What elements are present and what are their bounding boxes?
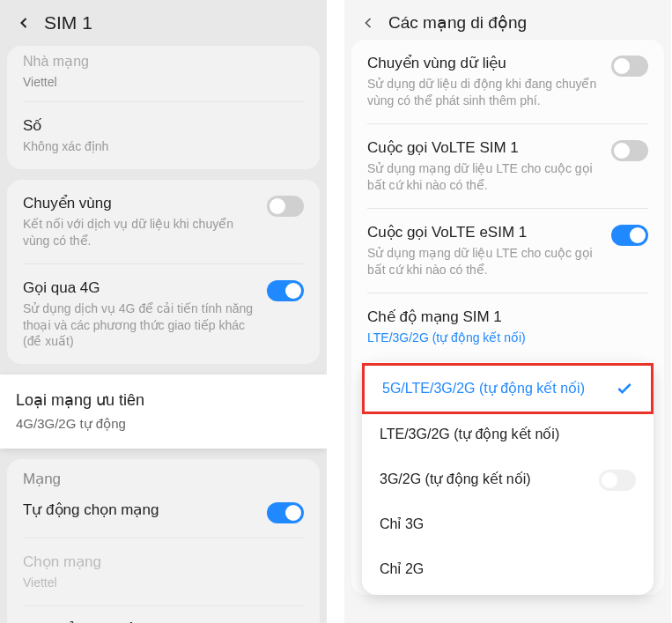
select-network-title: Chọn mạng	[23, 553, 293, 572]
phone-left-screen: SIM 1 Nhà mạng Viettel Số Không xác định…	[0, 0, 327, 623]
network-mode-title: Chế độ mạng SIM 1	[367, 308, 638, 327]
phone-right-screen: Các mạng di động Chuyển vùng dữ liệu Sử …	[344, 0, 671, 623]
header-left: SIM 1	[0, 0, 327, 46]
section-connectivity: Chuyển vùng Kết nối với dịch vụ dữ liệu …	[7, 180, 320, 365]
back-button[interactable]	[14, 13, 33, 33]
volte-esim1-subtitle: Sử dụng mạng dữ liệu LTE cho cuộc gọi bấ…	[367, 245, 601, 278]
dropdown-option-5g[interactable]: 5G/LTE/3G/2G (tự động kết nối)	[362, 363, 654, 414]
data-roaming-title: Chuyển vùng dữ liệu	[367, 54, 601, 73]
preferred-title: Loại mạng ưu tiên	[16, 390, 311, 411]
network-section-label: Mạng	[7, 459, 320, 492]
volte-esim1-title: Cuộc gọi VoLTE eSIM 1	[367, 223, 601, 242]
carrier-row[interactable]: Nhà mạng Viettel	[7, 48, 320, 101]
roaming-title: Chuyển vùng	[23, 194, 256, 213]
network-mode-subtitle: LTE/3G/2G (tự động kết nối)	[367, 330, 638, 346]
dropdown-option-3g[interactable]: Chỉ 3G	[362, 501, 654, 546]
data-roaming-subtitle: Sử dụng dữ liệu di động khi đang chuyển …	[367, 76, 601, 109]
call4g-subtitle: Sử dụng dịch vụ 4G để cải tiến tính năng…	[23, 300, 256, 351]
header-title: Các mạng di động	[388, 12, 527, 33]
volte-sim1-title: Cuộc gọi VoLTE SIM 1	[367, 138, 601, 158]
preferred-network-row[interactable]: Loại mạng ưu tiên 4G/3G/2G tự động	[0, 375, 327, 449]
chevron-left-icon	[15, 14, 33, 32]
back-button[interactable]	[358, 13, 378, 33]
chevron-left-icon	[359, 14, 377, 32]
number-row[interactable]: Số Không xác định	[7, 102, 320, 169]
data-roaming-toggle[interactable]	[611, 56, 648, 77]
auto-select-row[interactable]: Tự động chọn mạng	[7, 492, 320, 538]
roaming-row[interactable]: Chuyển vùng Kết nối với dịch vụ dữ liệu …	[7, 180, 320, 263]
header-right: Các mạng di động	[344, 0, 671, 40]
dropdown-option-2g[interactable]: Chỉ 2G	[362, 546, 654, 591]
dropdown-option-3g2g[interactable]: 3G/2G (tự động kết nối)	[362, 456, 654, 501]
select-network-row[interactable]: Chọn mạng Viettel	[7, 538, 320, 605]
volte-sim1-row[interactable]: Cuộc gọi VoLTE SIM 1 Sử dụng mạng dữ liệ…	[351, 124, 664, 208]
network-mode-row[interactable]: Chế độ mạng SIM 1 LTE/3G/2G (tự động kết…	[351, 293, 664, 360]
section-network: Mạng Tự động chọn mạng Chọn mạng Viettel…	[7, 459, 320, 623]
preferred-subtitle: 4G/3G/2G tự động	[16, 415, 311, 433]
check-icon	[616, 380, 633, 397]
carrier-value: Viettel	[23, 74, 304, 91]
data-roaming-row[interactable]: Chuyển vùng dữ liệu Sử dụng dữ liệu di đ…	[351, 40, 664, 123]
call4g-row[interactable]: Gọi qua 4G Sử dụng dịch vụ 4G để cải tiế…	[7, 264, 320, 365]
number-label: Số	[23, 116, 293, 136]
dropdown-option-lte[interactable]: LTE/3G/2G (tự động kết nối)	[362, 412, 654, 456]
faded-toggle-behind	[599, 470, 636, 491]
volte-esim1-toggle[interactable]	[611, 225, 648, 246]
volte-sim1-subtitle: Sử dụng mạng dữ liệu LTE cho cuộc gọi bấ…	[367, 160, 601, 194]
auto-select-title: Tự động chọn mạng	[23, 501, 256, 520]
volte-sim1-toggle[interactable]	[611, 140, 648, 161]
network-mode-dropdown: 5G/LTE/3G/2G (tự động kết nối) LTE/3G/2G…	[362, 362, 654, 595]
carrier-label: Nhà mạng	[23, 53, 304, 71]
header-title: SIM 1	[44, 12, 92, 33]
section-carrier-info: Nhà mạng Viettel Số Không xác định	[7, 46, 320, 169]
number-value: Không xác định	[23, 138, 293, 155]
roaming-toggle[interactable]	[267, 196, 304, 217]
select-network-value: Viettel	[23, 575, 293, 591]
apn-row[interactable]: Tên điểm truy cập	[7, 606, 320, 623]
auto-select-toggle[interactable]	[267, 502, 304, 523]
volte-esim1-row[interactable]: Cuộc gọi VoLTE eSIM 1 Sử dụng mạng dữ li…	[351, 209, 664, 293]
roaming-subtitle: Kết nối với dịch vụ dữ liệu khi chuyển v…	[23, 216, 256, 249]
call4g-title: Gọi qua 4G	[23, 278, 256, 298]
call4g-toggle[interactable]	[267, 280, 304, 301]
section-mobile-network: Chuyển vùng dữ liệu Sử dụng dữ liệu di đ…	[351, 40, 664, 595]
